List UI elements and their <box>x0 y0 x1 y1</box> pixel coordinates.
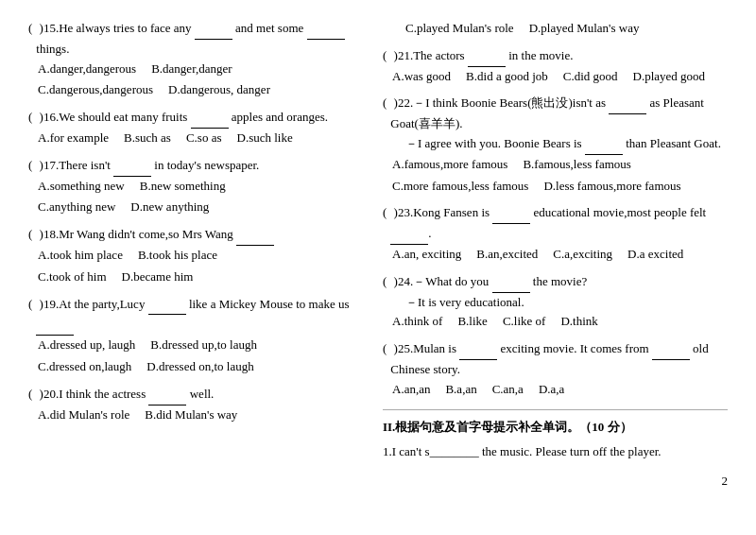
question-17: ( )17.There isn't in today's newspaper. … <box>28 156 373 217</box>
section2-title: II.根据句意及首字母提示补全单词。（10 分） <box>383 418 728 438</box>
q20-options-row1: A.did Mulan's role B.did Mulan's way <box>28 406 373 425</box>
question-16: ( )16.We should eat many fruits apples a… <box>28 108 373 148</box>
q23-optC: C.a,exciting <box>553 245 612 265</box>
q25-optD: D.a,a <box>539 380 564 400</box>
q18-options-row2: C.took of him D.became him <box>28 268 373 287</box>
q18-optB: B.took his place <box>138 246 217 266</box>
q24-subtext: －It is very educational. <box>383 293 728 313</box>
q23-text: )23.Kong Fansen is educational movie,mos… <box>390 203 728 245</box>
q17-options-row1: A.something new B.new something <box>28 177 373 197</box>
question-25: ( )25.Mulan is exciting movie. It comes … <box>383 339 728 399</box>
q25-optB: B.a,an <box>445 380 476 400</box>
q19-optC: C.dressed on,laugh <box>38 357 131 377</box>
q20r-optC: C.played Mulan's role <box>405 19 514 39</box>
q15-options-row1: A.danger,dangerous B.danger,danger <box>28 60 373 79</box>
q17-optC: C.anything new <box>38 198 115 217</box>
question-20-right: C.played Mulan's role D.played Mulan's w… <box>383 19 728 39</box>
q19-options-row2: C.dressed on,laugh D.dressed on,to laugh <box>28 357 373 377</box>
q19-text: )19.At the party,Lucy like a Mickey Mous… <box>36 295 373 337</box>
q24-optC: C.like of <box>503 312 546 332</box>
q17-optB: B.new something <box>140 177 226 197</box>
q25-optA: A.an,an <box>392 380 430 400</box>
question-15: ( )15.He always tries to face any and me… <box>28 19 373 100</box>
question-18: ( )18.Mr Wang didn't come,so Mrs Wang A.… <box>28 225 373 286</box>
q15-optA: A.danger,dangerous <box>38 60 136 79</box>
q16-optD: D.such like <box>237 129 293 148</box>
question-24: ( )24.－What do you the movie? －It is ver… <box>383 272 728 332</box>
question-21: ( )21.The actors in the movie. A.was goo… <box>383 46 728 87</box>
q23-options-row1: A.an, exciting B.an,excited C.a,exciting… <box>383 245 728 265</box>
question-23: ( )23.Kong Fansen is educational movie,m… <box>383 203 728 264</box>
q16-optB: B.such as <box>124 129 171 148</box>
q17-text: )17.There isn't in today's newspaper. <box>36 156 259 177</box>
q22-optD: D.less famous,more famous <box>543 177 680 197</box>
q19-optA: A.dressed up, laugh <box>38 336 135 355</box>
q15-optC: C.dangerous,dangerous <box>38 80 153 100</box>
section-2: II.根据句意及首字母提示补全单词。（10 分） 1.I can't s____… <box>383 409 728 463</box>
q21-text: )21.The actors in the movie. <box>390 46 573 67</box>
q19-optB: B.dressed up,to laugh <box>150 336 257 355</box>
question-20: ( )20.I think the actress well. A.did Mu… <box>28 385 373 425</box>
q22-subtext: －I agree with you. Boonie Bears is than … <box>383 134 728 155</box>
q22-options-row1: A.famous,more famous B.famous,less famou… <box>383 155 728 175</box>
q18-optC: C.took of him <box>38 268 107 287</box>
q24-text: )24.－What do you the movie? <box>390 272 587 293</box>
q15-optD: D.dangerous, danger <box>168 80 270 100</box>
q23-optA: A.an, exciting <box>392 245 461 265</box>
question-19: ( )19.At the party,Lucy like a Mickey Mo… <box>28 295 373 377</box>
q22-text: )22.－I think Boonie Bears(熊出没)isn't as a… <box>390 94 728 134</box>
bracket-15: ( <box>28 19 32 39</box>
q24-optB: B.like <box>457 312 487 332</box>
q24-options-row1: A.think of B.like C.like of D.think <box>383 312 728 332</box>
q20-text: )20.I think the actress well. <box>36 385 214 406</box>
q19-optD: D.dressed on,to laugh <box>146 357 253 377</box>
q21-optB: B.did a good job <box>466 67 548 87</box>
q18-optA: A.took him place <box>38 246 123 266</box>
q22-optC: C.more famous,less famous <box>392 177 528 197</box>
q16-optC: C.so as <box>186 129 222 148</box>
q18-text: )18.Mr Wang didn't come,so Mrs Wang <box>36 225 274 246</box>
q20-optB: B.did Mulan's way <box>145 406 237 425</box>
q18-options-row1: A.took him place B.took his place <box>28 246 373 266</box>
q18-optD: D.became him <box>122 268 194 287</box>
q22-options-row2: C.more famous,less famous D.less famous,… <box>383 177 728 197</box>
q25-text: )25.Mulan is exciting movie. It comes fr… <box>390 339 728 380</box>
q15-options-row2: C.dangerous,dangerous D.dangerous, dange… <box>28 80 373 100</box>
q24-optA: A.think of <box>392 312 442 332</box>
q25-optC: C.an,a <box>492 380 524 400</box>
q21-optA: A.was good <box>392 67 451 87</box>
section2-q1: 1.I can't s________ the music. Please tu… <box>383 442 728 462</box>
q23-optD: D.a excited <box>627 245 683 265</box>
left-column: ( )15.He always tries to face any and me… <box>28 19 373 462</box>
right-column: C.played Mulan's role D.played Mulan's w… <box>383 19 728 462</box>
q21-options-row1: A.was good B.did a good job C.did good D… <box>383 67 728 87</box>
q20r-options-row1: C.played Mulan's role D.played Mulan's w… <box>383 19 728 39</box>
q23-optB: B.an,excited <box>476 245 538 265</box>
q22-optA: A.famous,more famous <box>392 155 507 175</box>
q19-options-row1: A.dressed up, laugh B.dressed up,to laug… <box>28 336 373 355</box>
q21-optC: C.did good <box>563 67 618 87</box>
page-number: 2 <box>28 472 728 492</box>
q15-text: )15.He always tries to face any and met … <box>36 19 373 60</box>
q20-optA: A.did Mulan's role <box>38 406 129 425</box>
q15-optB: B.danger,danger <box>151 60 232 79</box>
q21-optD: D.played good <box>633 67 706 87</box>
q25-options-row1: A.an,an B.a,an C.an,a D.a,a <box>383 380 728 400</box>
q17-optA: A.something new <box>38 177 125 197</box>
question-22: ( )22.－I think Boonie Bears(熊出没)isn't as… <box>383 94 728 196</box>
q16-options-row1: A.for example B.such as C.so as D.such l… <box>28 129 373 148</box>
q22-optB: B.famous,less famous <box>523 155 630 175</box>
q17-optD: D.new anything <box>130 198 209 217</box>
q16-text: )16.We should eat many fruits apples and… <box>36 108 328 129</box>
q16-optA: A.for example <box>38 129 109 148</box>
q20r-optD: D.played Mulan's way <box>529 19 640 39</box>
q17-options-row2: C.anything new D.new anything <box>28 198 373 217</box>
q24-optD: D.think <box>560 312 597 332</box>
